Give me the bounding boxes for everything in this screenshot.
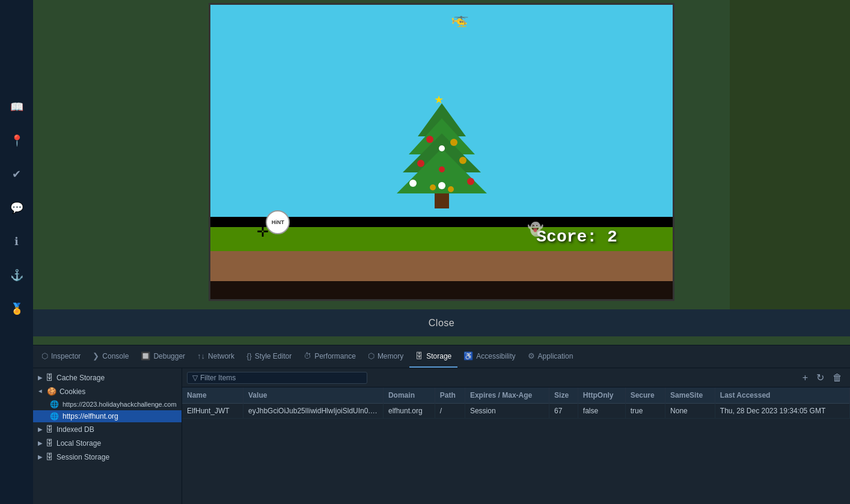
tab-performance[interactable]: ⏱ Performance (298, 345, 362, 368)
filter-icon: ▽ (192, 374, 198, 382)
col-last-accessed: Last Accessed (715, 387, 849, 404)
inspector-icon: ⬡ (41, 351, 48, 360)
tab-memory[interactable]: ⬡ Memory (362, 345, 409, 368)
storage-tree: ▶ 🗄 Cache Storage ▼ 🍪 Cookies 🌐 https://… (33, 368, 182, 504)
tab-application[interactable]: ⚙ Application (522, 345, 579, 368)
tab-network-label: Network (208, 352, 234, 360)
svg-point-8 (439, 145, 445, 151)
filter-input[interactable]: ▽ Filter Items (187, 372, 367, 384)
tree-indexed-db[interactable]: ▶ 🗄 Indexed DB (33, 422, 182, 436)
cookie-data-table: Name Value Domain Path Expires / Max-Age… (182, 387, 850, 504)
tree-section-local-storage: ▶ 🗄 Local Storage (33, 436, 182, 450)
sidebar-award-icon[interactable]: 🏅 (6, 298, 28, 320)
add-button[interactable]: + (800, 371, 811, 384)
performance-icon: ⏱ (304, 351, 311, 360)
tab-debugger[interactable]: 🔲 Debugger (135, 345, 191, 368)
elfhunt-icon: 🌐 (50, 412, 59, 421)
style-editor-icon: {} (246, 351, 252, 360)
refresh-button[interactable]: ↻ (813, 371, 827, 384)
cell-value: eyJhbGciOiJub25lIiwidHlwIjoiSldUIn0.eyJz… (243, 404, 384, 419)
tab-inspector[interactable]: ⬡ Inspector (35, 345, 87, 368)
cell-size: 67 (549, 404, 578, 419)
tree-child-elfhunt[interactable]: 🌐 https://elfhunt.org (33, 410, 182, 422)
tree-section-indexed-db: ▶ 🗄 Indexed DB (33, 422, 182, 436)
tab-storage[interactable]: 🗄 Storage (409, 345, 457, 368)
cell-httponly: false (578, 404, 625, 419)
col-samesite: SameSite (665, 387, 715, 404)
tab-memory-label: Memory (378, 352, 403, 360)
tree-cookies[interactable]: ▼ 🍪 Cookies (33, 384, 182, 398)
tab-accessibility-label: Accessibility (476, 352, 515, 360)
filter-placeholder: Filter Items (200, 374, 236, 382)
svg-point-6 (426, 136, 433, 143)
col-size: Size (549, 387, 578, 404)
sidebar-anchor-icon[interactable]: ⚓ (6, 264, 28, 286)
tree-local-storage[interactable]: ▶ 🗄 Local Storage (33, 436, 182, 450)
svg-point-10 (459, 157, 466, 164)
cookies-label: Cookies (60, 387, 177, 396)
svg-point-15 (448, 186, 454, 192)
table-header-row: Name Value Domain Path Expires / Max-Age… (182, 387, 850, 404)
sidebar-chat-icon[interactable]: 💬 (6, 197, 28, 219)
application-icon: ⚙ (528, 351, 535, 360)
svg-point-14 (430, 184, 436, 190)
storage-icon: 🗄 (415, 351, 423, 360)
tree-session-storage[interactable]: ▶ 🗄 Session Storage (33, 450, 182, 464)
tab-network[interactable]: ↑↓ Network (191, 345, 240, 368)
debugger-icon: 🔲 (141, 351, 150, 360)
svg-rect-5 (435, 193, 449, 208)
svg-point-16 (438, 182, 445, 189)
cell-path: / (435, 404, 465, 419)
cell-domain: elfhunt.org (383, 404, 435, 419)
network-icon: ↑↓ (197, 351, 205, 360)
ghost-enemy: 👻 (527, 222, 543, 237)
sidebar: 📖 📍 ✔ 💬 ℹ ⚓ 🏅 (0, 0, 33, 504)
sidebar-check-icon[interactable]: ✔ (6, 163, 28, 185)
tree-child-holidayhack[interactable]: 🌐 https://2023.holidayhackchallenge.com (33, 398, 182, 410)
col-expires: Expires / Max-Age (465, 387, 549, 404)
sidebar-book-icon[interactable]: 📖 (6, 96, 28, 118)
col-secure: Secure (625, 387, 665, 404)
tree-section-session-storage: ▶ 🗄 Session Storage (33, 450, 182, 464)
game-frame: 🚁 ★ (209, 3, 674, 301)
player-character: ✛ (257, 223, 269, 240)
local-storage-icon: 🗄 (46, 439, 54, 448)
console-icon: ❯ (93, 351, 99, 360)
holidayhack-label: https://2023.holidayhackchallenge.com (63, 401, 177, 408)
memory-icon: ⬡ (368, 351, 375, 360)
cookies-icon: 🍪 (47, 387, 57, 396)
tab-debugger-label: Debugger (153, 352, 185, 360)
cell-secure: true (625, 404, 665, 419)
cache-chevron: ▶ (38, 374, 43, 381)
close-button[interactable]: Close (429, 318, 454, 329)
tab-style-editor[interactable]: {} Style Editor (240, 345, 298, 368)
tree-cache-storage[interactable]: ▶ 🗄 Cache Storage (33, 371, 182, 384)
col-domain: Domain (383, 387, 435, 404)
sidebar-location-icon[interactable]: 📍 (6, 130, 28, 151)
table-toolbar: ▽ Filter Items + ↻ 🗑 (182, 368, 850, 387)
table-row[interactable]: ElfHunt_JWT eyJhbGciOiJub25lIiwidHlwIjoi… (182, 404, 850, 419)
sidebar-info-icon[interactable]: ℹ (6, 231, 28, 252)
session-storage-chevron: ▶ (38, 454, 43, 460)
col-path: Path (435, 387, 465, 404)
svg-point-9 (417, 160, 424, 167)
tab-console[interactable]: ❯ Console (87, 345, 135, 368)
game-canvas: 🚁 ★ (210, 5, 673, 299)
col-httponly: HttpOnly (578, 387, 625, 404)
cell-expires: Session (465, 404, 549, 419)
tab-accessibility[interactable]: ♿ Accessibility (457, 345, 521, 368)
cell-samesite: None (665, 404, 715, 419)
col-value: Value (243, 387, 384, 404)
session-storage-label: Session Storage (57, 453, 177, 461)
tab-inspector-label: Inspector (51, 352, 81, 360)
indexed-db-label: Indexed DB (57, 425, 177, 434)
close-bar: Close (33, 309, 850, 336)
tab-storage-label: Storage (426, 352, 451, 360)
indexed-db-chevron: ▶ (38, 426, 43, 433)
delete-button[interactable]: 🗑 (830, 371, 845, 384)
cache-label: Cache Storage (57, 374, 177, 382)
tab-console-label: Console (102, 352, 129, 360)
christmas-tree: ★ (388, 94, 496, 217)
svg-point-11 (439, 166, 445, 172)
svg-point-12 (409, 180, 417, 187)
